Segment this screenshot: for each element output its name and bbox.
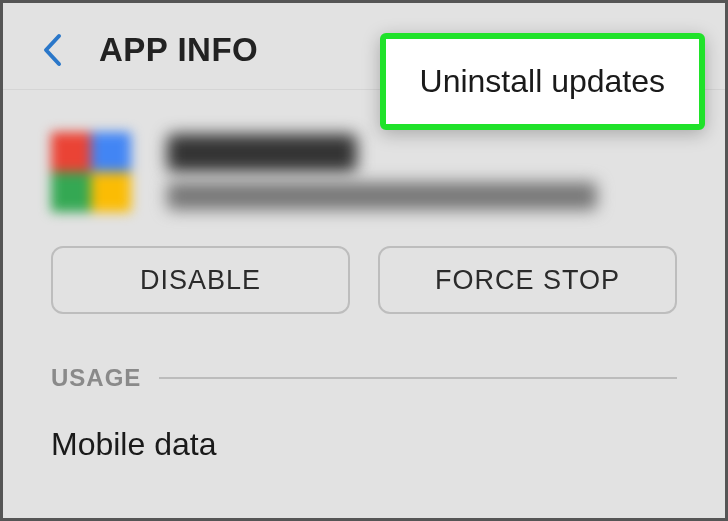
uninstall-updates-label: Uninstall updates: [420, 63, 665, 99]
usage-section-title: USAGE: [51, 364, 141, 392]
section-divider: [159, 377, 677, 379]
disable-button-label: DISABLE: [140, 265, 261, 296]
app-name-blurred: [167, 134, 357, 172]
force-stop-button-label: FORCE STOP: [435, 265, 620, 296]
usage-section-header: USAGE: [51, 364, 677, 392]
back-icon[interactable]: [37, 35, 67, 65]
page-title: APP INFO: [99, 31, 258, 69]
force-stop-button[interactable]: FORCE STOP: [378, 246, 677, 314]
app-info-screen: APP INFO Uninstall updates DISABLE FORCE…: [0, 0, 728, 521]
disable-button[interactable]: DISABLE: [51, 246, 350, 314]
uninstall-updates-menu-item[interactable]: Uninstall updates: [380, 33, 705, 130]
app-version-blurred: [167, 182, 597, 210]
app-icon: [51, 132, 131, 212]
usage-section: USAGE Mobile data: [3, 314, 725, 463]
mobile-data-item[interactable]: Mobile data: [51, 426, 216, 463]
app-text-col: [167, 134, 597, 210]
action-row: DISABLE FORCE STOP: [3, 246, 725, 314]
